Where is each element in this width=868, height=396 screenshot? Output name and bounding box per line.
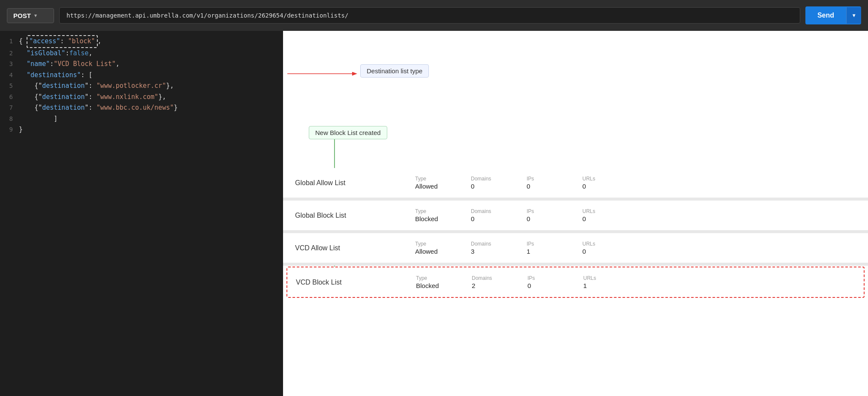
row-name-vcd-block: VCD Block List <box>296 279 416 286</box>
url-input[interactable]: https://management.api.umbrella.com/v1/o… <box>59 7 800 24</box>
domains-value-vcd-block: 2 <box>472 282 502 289</box>
line-num-7: 7 <box>0 103 19 113</box>
top-bar: POST ▾ https://management.api.umbrella.c… <box>0 0 868 31</box>
domains-label-vcd-block: Domains <box>472 275 502 281</box>
urls-label-global-block: URLs <box>582 208 612 214</box>
col-domains-vcd-allow: Domains 3 <box>471 241 501 255</box>
type-value-vcd-block: Blocked <box>416 282 446 289</box>
response-wrapper: Destination list type New Block List cre… <box>283 31 868 396</box>
col-urls-vcd-allow: URLs 0 <box>582 241 612 255</box>
method-chevron: ▾ <box>34 13 37 18</box>
row-meta-vcd-block: Type Blocked Domains 2 IPs 0 URLs <box>416 275 855 289</box>
new-block-label: New Block List created <box>309 126 387 139</box>
annotation-dest-type: Destination list type <box>360 64 429 78</box>
code-line-7: 7 {"destination": "www.bbc.co.uk/news"} <box>0 102 283 114</box>
col-type-vcd-allow: Type Allowed <box>415 241 445 255</box>
line-num-6: 6 <box>0 92 19 102</box>
method-label: POST <box>13 12 31 19</box>
close-brace: } <box>19 126 23 133</box>
urls-value-vcd-block: 1 <box>583 282 613 289</box>
send-button-label: Send <box>805 6 846 24</box>
col-ips-vcd-block: IPs 0 <box>527 275 558 289</box>
ips-label-vcd-block: IPs <box>527 275 558 281</box>
urls-value-global-allow: 0 <box>582 183 612 190</box>
col-ips-vcd-allow: IPs 1 <box>527 241 557 255</box>
col-type-vcd-block: Type Blocked <box>416 275 446 289</box>
domains-value-global-block: 0 <box>471 215 501 222</box>
type-value-global-allow: Allowed <box>415 183 445 190</box>
col-domains-global-block: Domains 0 <box>471 208 501 222</box>
ips-label-global-allow: IPs <box>527 176 557 182</box>
open-brace: { <box>19 37 23 45</box>
urls-value-vcd-allow: 0 <box>582 248 612 255</box>
code-line-3: 3 "name":"VCD Block List", <box>0 59 283 70</box>
row-separator-3 <box>283 263 868 266</box>
line-num-2: 2 <box>0 48 19 59</box>
line-num-4: 4 <box>0 70 19 81</box>
domains-value-vcd-allow: 3 <box>471 248 501 255</box>
table-row-global-block[interactable]: Global Block List Type Blocked Domains 0… <box>283 201 868 231</box>
urls-label-global-allow: URLs <box>582 176 612 182</box>
highlight-access: "access": "block" <box>27 35 98 48</box>
line-num-8: 8 <box>0 114 19 124</box>
col-ips-global-allow: IPs 0 <box>527 176 557 190</box>
type-value-vcd-allow: Allowed <box>415 248 445 255</box>
urls-label-vcd-allow: URLs <box>582 241 612 247</box>
code-line-9: 9 } <box>0 124 283 135</box>
row-meta-vcd-allow: Type Allowed Domains 3 IPs 1 URLs <box>415 241 856 255</box>
col-type-global-block: Type Blocked <box>415 208 445 222</box>
col-ips-global-block: IPs 0 <box>527 208 557 222</box>
code-line-2: 2 "isGlobal":false, <box>0 48 283 59</box>
row-name-vcd-allow: VCD Allow List <box>295 244 415 252</box>
type-label-vcd-allow: Type <box>415 241 445 247</box>
line-num-9: 9 <box>0 125 19 135</box>
ips-value-global-block: 0 <box>527 215 557 222</box>
col-urls-vcd-block: URLs 1 <box>583 275 613 289</box>
col-domains-global-allow: Domains 0 <box>471 176 501 190</box>
col-urls-global-allow: URLs 0 <box>582 176 612 190</box>
code-line-8: 8 ] <box>0 114 283 125</box>
annotation-new-block: New Block List created <box>309 126 387 139</box>
ips-label-global-block: IPs <box>527 208 557 214</box>
line-num-5: 5 <box>0 81 19 91</box>
code-line-6: 6 {"destination": "www.nxlink.com"}, <box>0 92 283 103</box>
domains-label-vcd-allow: Domains <box>471 241 501 247</box>
row-name-global-block: Global Block List <box>295 212 415 219</box>
row-meta-global-block: Type Blocked Domains 0 IPs 0 URLs <box>415 208 856 222</box>
code-line-5: 5 {"destination": "www.potlocker.cr"}, <box>0 81 283 92</box>
code-panel: 1 { "access": "block" , 2 "isGlobal":fal… <box>0 31 283 396</box>
destination-list-table: Global Allow List Type Allowed Domains 0… <box>283 168 868 396</box>
response-panel: Destination list type New Block List cre… <box>283 31 868 396</box>
table-row-vcd-allow[interactable]: VCD Allow List Type Allowed Domains 3 IP… <box>283 233 868 263</box>
send-button[interactable]: Send ▾ <box>805 6 861 24</box>
col-urls-global-block: URLs 0 <box>582 208 612 222</box>
line-num-3: 3 <box>0 59 19 69</box>
col-type-global-allow: Type Allowed <box>415 176 445 190</box>
type-value-global-block: Blocked <box>415 215 445 222</box>
line-num-1: 1 <box>0 36 19 47</box>
code-line-1: 1 { "access": "block" , <box>0 35 283 48</box>
dest-type-label: Destination list type <box>360 64 429 78</box>
type-label-vcd-block: Type <box>416 275 446 281</box>
urls-label-vcd-block: URLs <box>583 275 613 281</box>
code-line-4: 4 "destinations": [ <box>0 70 283 81</box>
ips-value-vcd-allow: 1 <box>527 248 557 255</box>
ips-value-global-allow: 0 <box>527 183 557 190</box>
type-label-global-allow: Type <box>415 176 445 182</box>
method-select[interactable]: POST ▾ <box>7 8 54 23</box>
col-domains-vcd-block: Domains 2 <box>472 275 502 289</box>
table-row-vcd-block[interactable]: VCD Block List Type Blocked Domains 2 IP… <box>286 267 865 298</box>
ips-label-vcd-allow: IPs <box>527 241 557 247</box>
domains-label-global-block: Domains <box>471 208 501 214</box>
row-name-global-allow: Global Allow List <box>295 179 415 187</box>
type-label-global-block: Type <box>415 208 445 214</box>
domains-value-global-allow: 0 <box>471 183 501 190</box>
row-meta-global-allow: Type Allowed Domains 0 IPs 0 URLs <box>415 176 856 190</box>
main-area: 1 { "access": "block" , 2 "isGlobal":fal… <box>0 31 868 396</box>
domains-label-global-allow: Domains <box>471 176 501 182</box>
ips-value-vcd-block: 0 <box>527 282 558 289</box>
urls-value-global-block: 0 <box>582 215 612 222</box>
send-button-arrow[interactable]: ▾ <box>846 7 861 24</box>
table-row-global-allow[interactable]: Global Allow List Type Allowed Domains 0… <box>283 168 868 198</box>
code-content: 1 { "access": "block" , 2 "isGlobal":fal… <box>0 31 283 140</box>
